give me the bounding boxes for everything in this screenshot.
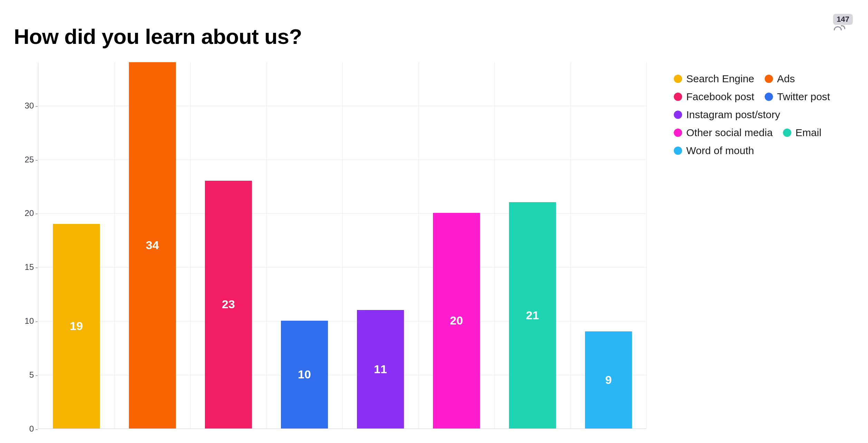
- bar-value-label: 34: [146, 238, 159, 252]
- y-tick-label: 20: [14, 208, 34, 218]
- bar-value-label: 10: [298, 368, 311, 381]
- legend-swatch: [783, 129, 791, 137]
- bar-twitter-post[interactable]: 10: [281, 321, 328, 428]
- legend-swatch: [674, 93, 682, 101]
- legend-swatch: [674, 147, 682, 155]
- legend-item-ads[interactable]: Ads: [765, 73, 795, 85]
- legend-swatch: [674, 129, 682, 137]
- bar-value-label: 9: [605, 373, 612, 387]
- legend: Search EngineAdsFacebook postTwitter pos…: [674, 73, 854, 157]
- header: How did you learn about us? 147: [14, 14, 854, 49]
- plot-area: 193423101120219: [38, 63, 646, 429]
- y-tick-label: 5: [14, 370, 34, 380]
- bars-layer: 193423101120219: [38, 63, 646, 428]
- y-tick-label: 25: [14, 155, 34, 164]
- legend-label: Ads: [777, 73, 795, 85]
- legend-swatch: [674, 111, 682, 119]
- legend-label: Twitter post: [777, 91, 830, 103]
- bar-word-of-mouth[interactable]: 9: [585, 331, 632, 428]
- legend-label: Instagram post/story: [686, 109, 780, 121]
- legend-item-search-engine[interactable]: Search Engine: [674, 73, 754, 85]
- legend-item-other-social-media[interactable]: Other social media: [674, 127, 773, 139]
- legend-label: Search Engine: [686, 73, 754, 85]
- bar-value-label: 21: [526, 309, 539, 322]
- legend-label: Word of mouth: [686, 145, 754, 157]
- legend-item-twitter-post[interactable]: Twitter post: [765, 91, 830, 103]
- bar-search-engine[interactable]: 19: [53, 224, 100, 428]
- bar-other-social-media[interactable]: 20: [433, 213, 480, 428]
- bar-email[interactable]: 21: [509, 202, 556, 428]
- y-tick-label: 10: [14, 316, 34, 326]
- legend-swatch: [674, 75, 682, 83]
- bar-ads[interactable]: 34: [129, 62, 176, 428]
- respondents-count: 147: [833, 14, 853, 25]
- chart-title: How did you learn about us?: [14, 24, 302, 49]
- legend-swatch: [765, 93, 773, 101]
- y-tick-label: 15: [14, 262, 34, 272]
- legend-label: Email: [795, 127, 821, 139]
- bar-facebook-post[interactable]: 23: [205, 181, 252, 428]
- users-icon: [832, 28, 847, 34]
- legend-label: Other social media: [686, 127, 773, 139]
- bar-value-label: 19: [70, 319, 83, 333]
- legend-item-email[interactable]: Email: [783, 127, 821, 139]
- bar-instagram-post-story[interactable]: 11: [357, 310, 404, 428]
- respondents-indicator[interactable]: 147: [832, 17, 847, 34]
- gridline-v: [647, 63, 647, 428]
- y-tick-label: 0: [14, 424, 34, 434]
- chart-content: 051015202530 193423101120219 Search Engi…: [14, 63, 854, 436]
- y-tick-label: 30: [14, 101, 34, 111]
- chart-zone: 051015202530 193423101120219: [14, 63, 660, 436]
- bar-value-label: 11: [374, 362, 387, 376]
- chart-card: How did you learn about us? 147 05101520…: [0, 0, 868, 443]
- bar-value-label: 20: [450, 314, 463, 327]
- legend-item-facebook-post[interactable]: Facebook post: [674, 91, 754, 103]
- legend-label: Facebook post: [686, 91, 754, 103]
- bar-value-label: 23: [222, 298, 235, 311]
- legend-item-instagram-post-story[interactable]: Instagram post/story: [674, 109, 780, 121]
- legend-item-word-of-mouth[interactable]: Word of mouth: [674, 145, 754, 157]
- legend-swatch: [765, 75, 773, 83]
